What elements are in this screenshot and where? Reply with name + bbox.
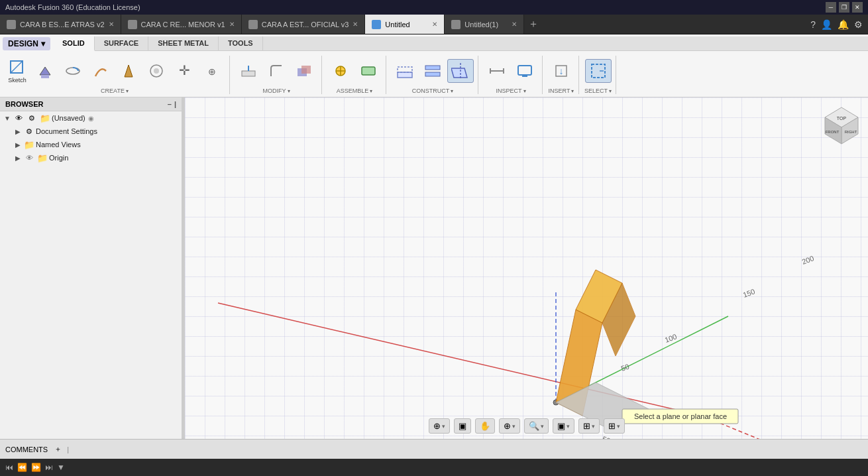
tab-surface[interactable]: SURFACE <box>95 36 149 50</box>
construct-text: CONSTRUCT <box>412 88 450 94</box>
zoom-options-arrow: ▾ <box>541 423 544 430</box>
browser-resize-icon[interactable]: | <box>174 100 176 108</box>
tab-cara-b[interactable]: CARA B ES...E ATRAS v2 ✕ <box>0 15 121 34</box>
view-settings-button[interactable]: ⊞ ▾ <box>604 418 625 434</box>
tab-sheet-metal[interactable]: SHEET METAL <box>148 36 219 50</box>
tab-icon <box>128 20 137 29</box>
pan-full-button[interactable]: ▣ <box>454 418 471 434</box>
grid-settings-button[interactable]: ⊞ ▾ <box>578 418 600 434</box>
help-icon[interactable]: ? <box>810 19 816 30</box>
svg-marker-2 <box>40 67 50 75</box>
origin-label: Origin <box>49 154 68 162</box>
tab-label: Untitled <box>385 21 409 29</box>
press-pull-button[interactable] <box>235 59 262 83</box>
construct-label[interactable]: CONSTRUCT ▾ <box>412 88 454 94</box>
timeline-back-icon[interactable]: ⏮ <box>5 463 13 472</box>
select-button[interactable] <box>585 59 612 83</box>
fillet-button[interactable] <box>263 59 290 83</box>
modify-more[interactable]: ✛ <box>171 59 197 83</box>
viewport[interactable]: 50 100 150 200 50 100 150 Select a plane… <box>185 97 868 439</box>
joint-button[interactable] <box>327 59 354 83</box>
minimize-button[interactable]: ─ <box>826 2 836 13</box>
display-button[interactable] <box>512 59 538 83</box>
revolve-button[interactable] <box>60 59 86 83</box>
svg-rect-27 <box>518 66 531 75</box>
timeline-step-back-icon[interactable]: ⏪ <box>17 463 27 472</box>
sweep-button[interactable] <box>87 59 114 83</box>
loft-button[interactable] <box>115 59 142 83</box>
zoom-options-button[interactable]: 🔍 ▾ <box>524 418 549 434</box>
tab-tools[interactable]: TOOLS <box>219 36 263 50</box>
tab-close[interactable]: ✕ <box>512 21 517 28</box>
timeline-forward-icon[interactable]: ⏭ <box>45 463 53 472</box>
extrude-button[interactable] <box>32 59 58 83</box>
settings-icon[interactable]: ⚙ <box>27 113 37 123</box>
inspect-group: INSPECT ▾ <box>480 56 543 94</box>
close-button[interactable]: ✕ <box>852 2 863 13</box>
midplane-button[interactable] <box>419 59 446 83</box>
modify-arrow: ▾ <box>288 88 290 94</box>
tab-label: CARA A EST... OFICIAL v3 <box>262 21 349 29</box>
tab-untitled[interactable]: Untitled ✕ <box>365 15 445 34</box>
assemble-label[interactable]: ASSEMBLE ▾ <box>337 88 373 94</box>
new-tab-button[interactable]: ＋ <box>524 15 543 34</box>
tab-untitled1[interactable]: Untitled(1) ✕ <box>445 15 524 34</box>
visibility-icon[interactable]: 👁 <box>24 152 34 163</box>
plane-at-angle-icon <box>451 62 470 80</box>
rib-icon <box>147 62 166 80</box>
view-settings-arrow: ▾ <box>617 423 620 430</box>
tree-doc-settings[interactable]: ▶ ⚙ Document Settings <box>0 125 182 138</box>
tab-close[interactable]: ✕ <box>432 21 437 28</box>
expand-icon[interactable]: ▶ <box>13 127 23 136</box>
display-settings-button[interactable]: ▣ ▾ <box>553 418 574 434</box>
svg-line-1 <box>11 61 23 73</box>
select-label[interactable]: SELECT ▾ <box>584 88 612 94</box>
create-items: Sketch <box>4 56 225 86</box>
measure-button[interactable] <box>484 59 510 83</box>
bell-icon[interactable]: 🔔 <box>838 19 849 30</box>
account-icon[interactable]: 👤 <box>821 19 832 30</box>
tree-root[interactable]: ▼ 👁 ⚙ 📁 (Unsaved) ◉ <box>0 111 182 125</box>
view-cube[interactable]: TOP RIGHT FRONT <box>822 104 861 150</box>
tab-solid[interactable]: SOLID <box>53 36 95 51</box>
design-dropdown[interactable]: DESIGN ▾ <box>3 37 50 50</box>
tab-close[interactable]: ✕ <box>353 21 358 28</box>
tab-close[interactable]: ✕ <box>109 21 114 28</box>
tab-close[interactable]: ✕ <box>229 21 235 28</box>
inspect-label[interactable]: INSPECT ▾ <box>496 88 525 94</box>
plane-at-angle-button[interactable] <box>447 59 474 83</box>
browser-collapse-icon[interactable]: – <box>168 100 172 108</box>
pan-button[interactable]: ✋ <box>475 418 495 434</box>
rib-button[interactable] <box>143 59 170 83</box>
restore-button[interactable]: ❐ <box>839 2 849 13</box>
assemble-text: ASSEMBLE <box>337 88 369 94</box>
expand-icon[interactable]: ▶ <box>13 153 23 162</box>
drive-joint-button[interactable] <box>355 59 382 83</box>
view-settings-icon: ⊞ <box>608 421 616 431</box>
create-label[interactable]: CREATE ▾ <box>101 88 129 94</box>
svg-text:↓: ↓ <box>559 66 564 76</box>
tab-cara-a[interactable]: CARA A EST... OFICIAL v3 ✕ <box>242 15 366 34</box>
insert-button[interactable]: ↓ <box>548 59 574 83</box>
timeline-step-forward-icon[interactable]: ⏩ <box>31 463 41 472</box>
modify-label[interactable]: MODIFY ▾ <box>263 88 290 94</box>
settings-icon[interactable]: ⚙ <box>854 19 863 30</box>
display-arrow: ▾ <box>567 423 570 430</box>
expand-icon[interactable]: ▶ <box>13 140 23 149</box>
add-comment-icon[interactable]: ＋ <box>54 444 62 454</box>
comments-resize-icon[interactable]: | <box>67 446 69 453</box>
insert-label[interactable]: INSERT ▾ <box>549 88 574 94</box>
visibility-icon[interactable]: 👁 <box>13 113 24 123</box>
orbit-button[interactable]: ⊕ ▾ <box>429 418 450 434</box>
collapse-icon[interactable]: ▼ <box>3 113 12 123</box>
tree-origin[interactable]: ▶ 👁 📁 Origin <box>0 151 182 164</box>
create-more[interactable]: ⊕ <box>199 59 225 83</box>
offset-plane-button[interactable] <box>392 59 418 83</box>
sketch-button[interactable]: Sketch <box>4 56 30 86</box>
tree-named-views[interactable]: ▶ 📁 Named Views <box>0 138 182 151</box>
zoom-button[interactable]: ⊕ ▾ <box>499 418 520 434</box>
timeline-filter-icon[interactable]: ▼ <box>57 463 65 472</box>
insert-arrow: ▾ <box>571 88 574 94</box>
tab-cara-c[interactable]: CARA C RE... MENOR v1 ✕ <box>121 15 242 34</box>
combine-button[interactable] <box>291 59 317 83</box>
